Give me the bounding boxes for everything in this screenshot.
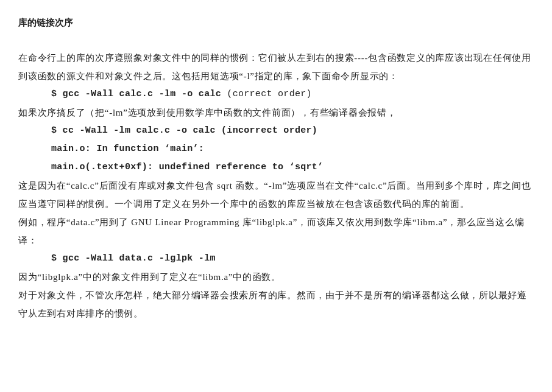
code-incorrect-order: $ cc -Wall -lm calc.c -o calc (incorrect… [18, 122, 534, 140]
section-title: 库的链接次序 [18, 13, 534, 32]
code-glpk: $ gcc -Wall data.c -lglpk -lm [18, 250, 534, 268]
code-correct-order: $ gcc -Wall calc.c -lm -o calc (correct … [18, 85, 534, 103]
paragraph-wrong-order: 如果次序搞反了（把“-lm”选项放到使用数学库中函数的文件前面），有些编译器会报… [18, 103, 534, 122]
code-error-line1: main.o: In function ‘main’: [18, 140, 534, 158]
code-comment: (correct order) [227, 89, 312, 99]
paragraph-reason: 因为“libglpk.a”中的对象文件用到了定义在“libm.a”中的函数。 [18, 268, 534, 286]
paragraph-explain: 这是因为在“calc.c”后面没有库或对象文件包含 sqrt 函数。“-lm”选… [18, 177, 534, 213]
paragraph-intro: 在命令行上的库的次序遵照象对象文件中的同样的惯例：它们被从左到右的搜索----包… [18, 49, 534, 85]
paragraph-summary: 对于对象文件，不管次序怎样，绝大部分编译器会搜索所有的库。然而，由于并不是所有的… [18, 286, 534, 323]
code-text: $ gcc -Wall calc.c -lm -o calc [51, 89, 227, 99]
paragraph-example: 例如，程序“data.c”用到了 GNU Linear Programming … [18, 213, 534, 250]
code-error-line2: main.o(.text+0xf): undefined reference t… [18, 158, 534, 177]
